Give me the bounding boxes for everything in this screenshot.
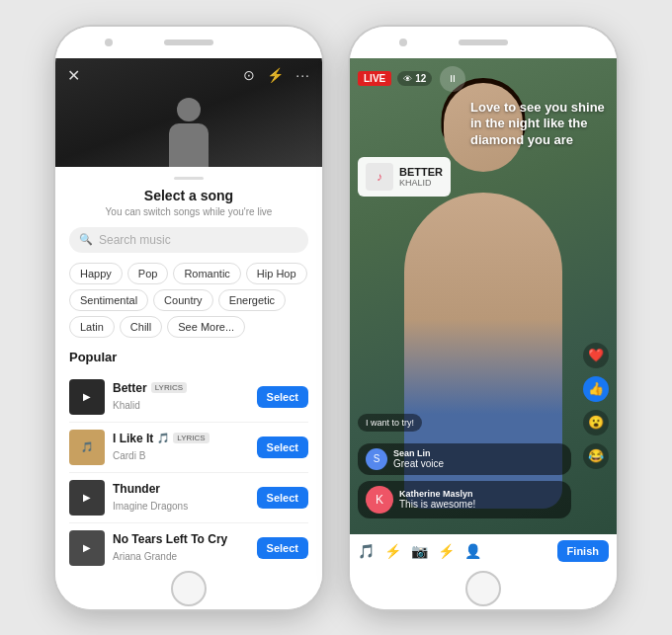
genre-tag-sentimental[interactable]: Sentimental	[69, 289, 148, 311]
music-toolbar-icon[interactable]: 🎵	[358, 543, 375, 559]
silhouette-shape	[164, 98, 213, 167]
right-phone-top	[350, 27, 617, 58]
right-phone: LIVE 👁 12 ⏸ Love to see you shine in the…	[350, 27, 617, 609]
genre-tag-energetic[interactable]: Energetic	[218, 289, 286, 311]
song-artist-notears: Ariana Grande	[113, 551, 177, 562]
header-icons: ⊙ ⚡ ···	[243, 67, 310, 83]
flash-toolbar-icon[interactable]: ⚡	[438, 543, 455, 559]
left-phone-top	[55, 27, 322, 58]
speaker-right	[459, 40, 508, 45]
person-silhouette	[55, 93, 322, 167]
song-name-row-ilike: I Like It 🎵 LYRICS	[113, 432, 249, 445]
genre-tag-romantic[interactable]: Romantic	[173, 263, 240, 284]
eye-icon: 👁	[403, 74, 412, 84]
popular-label: Popular	[69, 350, 308, 364]
song-thumb-better: ▶	[69, 379, 105, 415]
song-thumb-ilike: 🎵	[69, 430, 105, 465]
finish-button[interactable]: Finish	[557, 540, 609, 562]
reaction-like: 👍	[583, 376, 609, 402]
header-image: ✕ ⊙ ⚡ ···	[55, 58, 322, 167]
live-toolbar: 🎵 ⚡ 📷 ⚡ 👤 Finish	[350, 534, 617, 568]
song-card-info: BETTER KHALID	[399, 166, 443, 188]
music-note-icon: ♪	[377, 170, 382, 184]
song-name-better: Better	[113, 381, 147, 395]
avatar-katherine: K	[366, 486, 393, 514]
select-button-ilike[interactable]: Select	[257, 437, 308, 458]
live-top-bar: LIVE 👁 12 ⏸	[350, 58, 617, 96]
effects-toolbar-icon[interactable]: ⚡	[384, 543, 401, 559]
genre-tag-happy[interactable]: Happy	[69, 263, 123, 284]
live-badge: LIVE	[358, 71, 391, 86]
genre-tag-pop[interactable]: Pop	[127, 263, 169, 284]
left-phone-screen: ✕ ⊙ ⚡ ···	[55, 58, 322, 568]
music-icon: 🎵	[81, 441, 93, 452]
left-phone: ✕ ⊙ ⚡ ···	[55, 27, 322, 609]
panel-subtitle: You can switch songs while you're live	[69, 206, 308, 217]
right-phone-screen: LIVE 👁 12 ⏸ Love to see you shine in the…	[350, 58, 617, 568]
panel-title: Select a song	[69, 188, 308, 203]
song-info-ilike: I Like It 🎵 LYRICS Cardi B	[113, 432, 249, 463]
silhouette-body	[169, 123, 209, 167]
left-screen: ✕ ⊙ ⚡ ···	[55, 58, 322, 568]
select-button-notears[interactable]: Select	[257, 537, 308, 559]
lyrics-badge-ilike: LYRICS	[173, 433, 209, 443]
song-name-notears: No Tears Left To Cry	[113, 532, 227, 546]
lyrics-badge-better: LYRICS	[151, 382, 187, 393]
song-artist-ilike: Cardi B	[113, 450, 145, 461]
genre-tag-chill[interactable]: Chill	[120, 316, 162, 338]
song-list: ▶ Better LYRICS Khalid Select	[69, 372, 308, 568]
home-button-left[interactable]	[171, 571, 207, 606]
song-info-thunder: Thunder Imagine Dragons	[113, 482, 249, 514]
commenter-name-katherine: Katherine Maslyn	[399, 489, 475, 499]
genre-tag-more[interactable]: See More...	[167, 316, 245, 338]
play-icon-thunder: ▶	[83, 492, 91, 503]
song-info-notears: No Tears Left To Cry Ariana Grande	[113, 532, 249, 564]
comment-body-sean: Great voice	[393, 458, 444, 469]
comment-body-katherine: This is awesome!	[399, 499, 475, 510]
comments-area: S Sean Lin Great voice K Katherine Masly…	[358, 443, 609, 518]
reaction-wow: 😮	[583, 410, 609, 436]
song-item-thunder: ▶ Thunder Imagine Dragons Select	[69, 473, 308, 523]
commenter-name-sean: Sean Lin	[393, 448, 444, 458]
song-info-better: Better LYRICS Khalid	[113, 381, 249, 413]
genre-tags: Happy Pop Romantic Hip Hop Sentimental C…	[69, 263, 308, 338]
camera-toolbar-icon[interactable]: 📷	[411, 543, 428, 559]
song-name-ilike: I Like It	[113, 432, 153, 445]
live-screen: LIVE 👁 12 ⏸ Love to see you shine in the…	[350, 58, 617, 568]
lyrics-text: Love to see you shine in the night like …	[470, 100, 609, 150]
friends-toolbar-icon[interactable]: 👤	[464, 543, 481, 559]
genre-tag-latin[interactable]: Latin	[69, 316, 115, 338]
genre-tag-country[interactable]: Country	[153, 289, 213, 311]
song-name-row-thunder: Thunder	[113, 482, 249, 496]
search-icon: 🔍	[79, 233, 93, 246]
want-text: I want to try!	[358, 414, 422, 432]
song-name-thunder: Thunder	[113, 482, 160, 496]
comment-sean: S Sean Lin Great voice	[358, 443, 571, 475]
right-phone-bottom	[350, 568, 617, 609]
song-card-title: BETTER	[399, 166, 443, 178]
phones-container: ✕ ⊙ ⚡ ···	[0, 0, 672, 635]
flash-icon[interactable]: ⚡	[267, 67, 284, 83]
close-icon[interactable]: ✕	[67, 66, 80, 85]
camera-icon[interactable]: ⊙	[243, 67, 255, 83]
left-phone-bottom	[55, 568, 322, 609]
select-button-better[interactable]: Select	[257, 386, 308, 408]
comment-text-katherine: Katherine Maslyn This is awesome!	[399, 489, 475, 510]
comment-katherine: K Katherine Maslyn This is awesome!	[358, 481, 571, 518]
more-icon[interactable]: ···	[295, 67, 310, 83]
want-comment: I want to try!	[358, 412, 422, 430]
song-artist-better: Khalid	[113, 400, 140, 411]
select-button-thunder[interactable]: Select	[257, 487, 308, 509]
song-item-notears: ▶ No Tears Left To Cry Ariana Grande Sel…	[69, 523, 308, 568]
search-input[interactable]: Search music	[99, 233, 171, 247]
live-viewers: 👁 12	[397, 71, 432, 86]
genre-tag-hiphop[interactable]: Hip Hop	[246, 263, 307, 284]
live-overlay: LIVE 👁 12 ⏸ Love to see you shine in the…	[350, 58, 617, 568]
pause-button[interactable]: ⏸	[440, 66, 465, 92]
search-bar[interactable]: 🔍 Search music	[69, 227, 308, 253]
song-item-better: ▶ Better LYRICS Khalid Select	[69, 372, 308, 423]
play-icon-notears: ▶	[83, 542, 91, 553]
camera-dot-right	[399, 39, 407, 46]
home-button-right[interactable]	[465, 571, 501, 606]
header-controls: ✕ ⊙ ⚡ ···	[55, 58, 322, 93]
